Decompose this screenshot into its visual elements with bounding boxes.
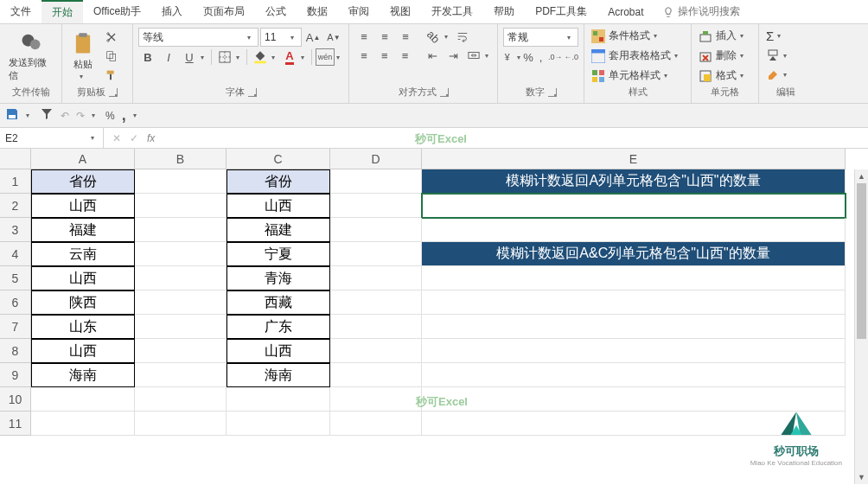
tab-data[interactable]: 数据: [297, 0, 338, 23]
cell-C7[interactable]: 广东: [227, 315, 330, 339]
col-header-C[interactable]: C: [227, 149, 330, 169]
cell-E9[interactable]: [422, 363, 846, 387]
cell-C4[interactable]: 宁夏: [227, 242, 330, 266]
font-color-button[interactable]: A: [280, 48, 299, 66]
increase-font-button[interactable]: A▲: [303, 29, 322, 46]
redo-button[interactable]: ↷: [76, 110, 85, 122]
row-header-11[interactable]: 11: [0, 412, 31, 436]
cell-A6[interactable]: 陕西: [31, 290, 135, 315]
vertical-scrollbar[interactable]: ▲ ▼: [854, 169, 868, 484]
filter-button[interactable]: [40, 107, 54, 124]
underline-button[interactable]: U: [180, 48, 199, 66]
fx-button[interactable]: fx: [147, 132, 155, 144]
save-button[interactable]: [5, 107, 19, 124]
cell-E1[interactable]: 模糊计数返回A列单元格包含"山西"的数量: [422, 169, 846, 194]
clear-button[interactable]: ▾: [764, 67, 807, 82]
cell-E4[interactable]: 模糊计数返回A&C列单元格包含"山西"的数量: [422, 242, 846, 266]
tab-page-layout[interactable]: 页面布局: [193, 0, 255, 23]
tab-pdf-tools[interactable]: PDF工具集: [525, 0, 597, 23]
align-center-button[interactable]: ≡: [375, 47, 394, 64]
comma-style-button[interactable]: ,: [122, 106, 126, 124]
cell-styles-button[interactable]: 单元格样式▾: [590, 67, 686, 84]
cell-C8[interactable]: 山西: [227, 339, 330, 363]
col-header-B[interactable]: B: [135, 149, 227, 169]
row-header-6[interactable]: 6: [0, 290, 31, 315]
cell-D7[interactable]: [330, 315, 422, 339]
cancel-formula-button[interactable]: ✕: [112, 132, 121, 144]
cell-A5[interactable]: 山西: [31, 266, 135, 290]
cell-C5[interactable]: 青海: [227, 266, 330, 290]
format-as-table-button[interactable]: 套用表格格式▾: [590, 48, 686, 64]
cell-D2[interactable]: [330, 194, 422, 218]
cell-A10[interactable]: [31, 387, 135, 412]
cell-B5[interactable]: [135, 266, 227, 290]
wrap-text-button[interactable]: [453, 28, 472, 45]
cell-C6[interactable]: 西藏: [227, 290, 330, 315]
cell-C3[interactable]: 福建: [227, 218, 330, 242]
paste-button[interactable]: 粘贴▾: [67, 30, 99, 82]
cell-D8[interactable]: [330, 339, 422, 363]
cut-button[interactable]: [102, 29, 121, 46]
scroll-up-arrow[interactable]: ▲: [855, 169, 868, 183]
tab-formulas[interactable]: 公式: [255, 0, 297, 23]
cell-D10[interactable]: [330, 387, 422, 412]
row-header-9[interactable]: 9: [0, 363, 31, 387]
align-middle-button[interactable]: ≡: [375, 28, 394, 45]
cell-A9[interactable]: 海南: [31, 363, 135, 387]
cell-B3[interactable]: [135, 218, 227, 242]
cell-A4[interactable]: 云南: [31, 242, 135, 266]
tab-office-helper[interactable]: Office助手: [83, 0, 151, 23]
bold-button[interactable]: B: [138, 48, 157, 66]
cell-B10[interactable]: [135, 387, 227, 412]
fill-color-button[interactable]: [251, 48, 270, 66]
cell-A1[interactable]: 省份: [31, 169, 135, 194]
dialog-launcher-icon[interactable]: [248, 88, 257, 97]
cell-E10[interactable]: [422, 387, 846, 412]
cell-D6[interactable]: [330, 290, 422, 315]
scrollbar-thumb[interactable]: [857, 183, 866, 339]
row-header-5[interactable]: 5: [0, 266, 31, 290]
cell-E6[interactable]: [422, 290, 846, 315]
decrease-font-button[interactable]: A▼: [324, 29, 343, 46]
cell-E7[interactable]: [422, 315, 846, 339]
align-left-button[interactable]: ≡: [354, 47, 373, 64]
tab-acrobat[interactable]: Acrobat: [597, 0, 654, 23]
row-header-3[interactable]: 3: [0, 218, 31, 242]
align-top-button[interactable]: ≡: [354, 28, 373, 45]
number-format-select[interactable]: 常规▾: [503, 28, 578, 47]
increase-indent-button[interactable]: ⇥: [444, 47, 463, 64]
font-family-select[interactable]: 等线▾: [138, 28, 258, 47]
borders-button[interactable]: [215, 48, 234, 66]
font-size-select[interactable]: 11▾: [260, 28, 302, 47]
col-header-E[interactable]: E: [422, 149, 846, 169]
cell-D11[interactable]: [330, 412, 422, 436]
col-header-A[interactable]: A: [31, 149, 135, 169]
cell-A7[interactable]: 山东: [31, 315, 135, 339]
cell-C11[interactable]: [227, 412, 330, 436]
cell-E3[interactable]: [422, 218, 846, 242]
autosum-button[interactable]: Σ▾: [764, 28, 807, 44]
scroll-down-arrow[interactable]: ▼: [855, 470, 868, 484]
align-right-button[interactable]: ≡: [396, 47, 415, 64]
italic-button[interactable]: I: [159, 48, 178, 66]
dialog-launcher-icon[interactable]: [109, 88, 118, 97]
increase-decimal-button[interactable]: .0→: [548, 48, 563, 66]
tell-me-search[interactable]: 操作说明搜索: [662, 4, 740, 19]
cell-C9[interactable]: 海南: [227, 363, 330, 387]
cell-A2[interactable]: 山西: [31, 194, 135, 218]
tab-review[interactable]: 审阅: [338, 0, 380, 23]
fill-button[interactable]: ▾: [764, 48, 807, 63]
cell-B11[interactable]: [135, 412, 227, 436]
cell-D9[interactable]: [330, 363, 422, 387]
conditional-formatting-button[interactable]: 条件格式▾: [590, 28, 686, 44]
col-header-D[interactable]: D: [330, 149, 422, 169]
row-header-4[interactable]: 4: [0, 242, 31, 266]
orientation-button[interactable]: ab: [424, 28, 443, 45]
decrease-decimal-button[interactable]: ←.0: [564, 48, 578, 66]
cell-B2[interactable]: [135, 194, 227, 218]
tab-view[interactable]: 视图: [380, 0, 421, 23]
cell-E5[interactable]: [422, 266, 846, 290]
cell-D3[interactable]: [330, 218, 422, 242]
enter-formula-button[interactable]: ✓: [130, 132, 138, 144]
tab-insert[interactable]: 插入: [151, 0, 193, 23]
